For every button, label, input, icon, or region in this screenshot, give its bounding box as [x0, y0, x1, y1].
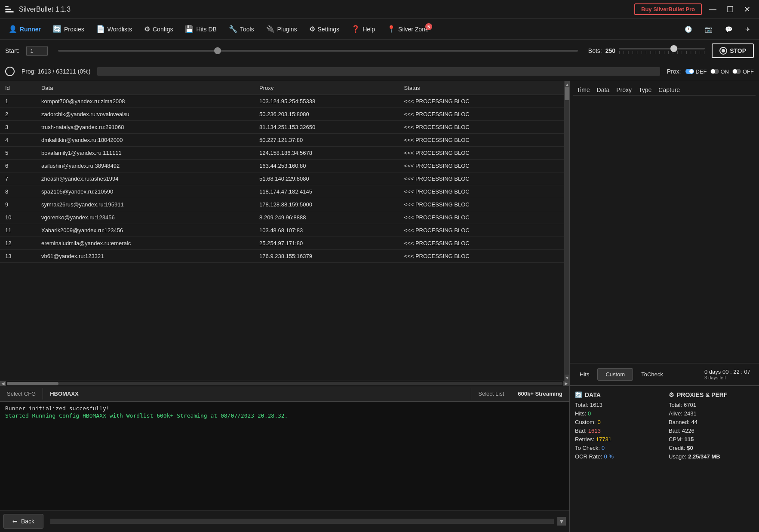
buy-pro-button[interactable]: Buy SilverBullet Pro	[634, 3, 702, 15]
cell-data: zheash@yandex.ru:ashes1994	[36, 172, 254, 185]
bots-ticks: ||||||||||||||||||||	[619, 50, 705, 54]
table-row[interactable]: 12ereminaludmila@yandex.ru:emeralc25.254…	[0, 237, 564, 250]
timer-display: 0 days 00 : 22 : 07 3 days left	[701, 367, 754, 382]
stats-row: Bad:4226	[669, 427, 754, 434]
start-input[interactable]	[26, 46, 48, 56]
horizontal-scrollbar[interactable]: ◀ ▶	[0, 381, 569, 386]
nav-plugins[interactable]: 🔌 Plugins	[261, 22, 302, 36]
table-scroll[interactable]: Id Data Proxy Status 1kompot700@yandex.r…	[0, 81, 564, 381]
scroll-right-button[interactable]: ▶	[563, 381, 569, 386]
main-content: Start: Bots: 250 |||||||||||||||||||| ST…	[0, 40, 759, 532]
cfg-bar: Select CFG HBOMAXX Select List 600k+ Str…	[0, 386, 569, 402]
prox-stats-title: ⚙ PROXIES & PERF	[669, 391, 754, 398]
camera-icon: 📷	[705, 26, 712, 33]
nav-camera[interactable]: 📷	[700, 23, 717, 35]
table-row[interactable]: 4dmkalitkin@yandex.ru:1804200050.227.121…	[0, 134, 564, 147]
nav-plugins-label: Plugins	[277, 26, 297, 33]
scroll-thumb[interactable]	[565, 87, 569, 100]
table-row[interactable]: 10vgorenko@yandex.ru:1234568.209.249.96:…	[0, 211, 564, 224]
app-name-text: SilverBullet 1.1.3	[19, 6, 71, 13]
table-row[interactable]: 9symrak26rus@yandex.ru:195911178.128.88.…	[0, 198, 564, 211]
nav-hitsdb-label: Hits DB	[196, 26, 216, 33]
prox-off-toggle[interactable]	[732, 69, 741, 74]
cell-proxy: 8.209.249.96:8888	[254, 211, 399, 224]
select-cfg-tab[interactable]: Select CFG	[0, 388, 43, 400]
stop-button[interactable]: STOP	[712, 43, 754, 58]
nav-wordlists[interactable]: 📄 Wordlists	[91, 22, 137, 36]
cell-status: <<< PROCESSING BLOC	[399, 95, 564, 108]
prox-def-toggle[interactable]	[685, 69, 694, 74]
bottom-scroll-down[interactable]: ▼	[557, 517, 566, 526]
data-table-container: Id Data Proxy Status 1kompot700@yandex.r…	[0, 81, 570, 386]
h-scroll-thumb[interactable]	[7, 382, 58, 385]
maximize-button[interactable]: ❐	[723, 4, 737, 15]
discord-icon: 💬	[725, 26, 732, 33]
cell-proxy: 124.158.186.34:5678	[254, 147, 399, 160]
nav-silverzone[interactable]: 5 📍 Silver Zone	[382, 22, 434, 36]
runner-icon: 👤	[9, 25, 17, 33]
back-button[interactable]: ⬅ Back	[3, 514, 43, 529]
cell-id: 5	[0, 147, 36, 160]
stats-row: Custom:0	[575, 419, 660, 425]
nav-runner[interactable]: 👤 Runner	[3, 22, 46, 36]
tab-hits[interactable]: Hits	[572, 368, 597, 381]
stats-val: 0	[588, 410, 591, 417]
select-list-tab[interactable]: Select List	[471, 388, 511, 400]
scroll-left-button[interactable]: ◀	[0, 381, 6, 386]
progress-bar	[97, 67, 660, 76]
stats-val: 1613	[590, 402, 602, 408]
nav-tools[interactable]: 🔧 Tools	[224, 22, 259, 36]
progress-text: Prog: 1613 / 631211 (0%)	[22, 68, 90, 75]
prox-on-option[interactable]: ON	[710, 68, 729, 75]
nav-history[interactable]: 🕐	[679, 23, 697, 35]
nav-settings-label: Settings	[318, 26, 340, 33]
progress-circle-icon	[5, 67, 15, 76]
history-icon: 🕐	[685, 26, 692, 33]
scroll-down-button[interactable]: ▼	[565, 375, 569, 381]
log-bottom-bar: ⬅ Back ▼	[0, 510, 569, 532]
close-button[interactable]: ✕	[741, 4, 754, 15]
table-row[interactable]: 8spa2105@yandex.ru:210590118.174.47.182:…	[0, 185, 564, 198]
nav-proxies[interactable]: 🔄 Proxies	[48, 22, 89, 36]
stats-val: 2431	[684, 410, 697, 417]
table-row[interactable]: 7zheash@yandex.ru:ashes199451.68.140.229…	[0, 172, 564, 185]
data-stats-col: 🔄 DATA Total:1613Hits:0Custom:0Bad:1613R…	[575, 391, 660, 527]
table-row[interactable]: 6asilushin@yandex.ru:38948492163.44.253.…	[0, 160, 564, 172]
table-row[interactable]: 13vb61@yandex.ru:123321176.9.238.155:163…	[0, 250, 564, 263]
nav-configs[interactable]: ⚙ Configs	[139, 22, 178, 36]
table-row[interactable]: 2zadorchik@yandex.ru:vovalovealsu50.236.…	[0, 108, 564, 121]
nav-settings[interactable]: ⚙ Settings	[304, 22, 345, 36]
table-row[interactable]: 11Xabarik2009@yandex.ru:123456103.48.68.…	[0, 224, 564, 237]
cell-data: asilushin@yandex.ru:38948492	[36, 160, 254, 172]
nav-bar: 👤 Runner 🔄 Proxies 📄 Wordlists ⚙ Configs…	[0, 19, 759, 40]
h-scroll-track[interactable]	[7, 382, 562, 385]
start-slider-thumb[interactable]	[214, 47, 221, 54]
list-value: 600k+ Streaming	[511, 388, 569, 400]
cell-status: <<< PROCESSING BLOC	[399, 108, 564, 121]
table-row[interactable]: 3trush-natalya@yandex.ru:29106881.134.25…	[0, 121, 564, 134]
nav-hitsdb[interactable]: 💾 Hits DB	[180, 22, 221, 36]
minimize-button[interactable]: —	[705, 4, 720, 15]
table-row[interactable]: 1kompot700@yandex.ru:zima2008103.124.95.…	[0, 95, 564, 108]
cell-data: bovafamily1@yandex.ru:111111	[36, 147, 254, 160]
table-row[interactable]: 5bovafamily1@yandex.ru:111111124.158.186…	[0, 147, 564, 160]
bottom-scrollbar[interactable]	[50, 519, 554, 524]
nav-telegram[interactable]: ✈	[740, 23, 756, 35]
vertical-scrollbar[interactable]: ▲ ▼	[564, 81, 569, 381]
bots-slider-thumb[interactable]	[670, 45, 677, 52]
nav-help[interactable]: ❓ Help	[346, 22, 380, 36]
bots-slider[interactable]	[619, 48, 705, 49]
cell-id: 12	[0, 237, 36, 250]
prox-off-option[interactable]: OFF	[732, 68, 754, 75]
tab-tocheck[interactable]: ToCheck	[633, 368, 671, 381]
prox-on-toggle[interactable]	[710, 69, 719, 74]
stats-row: Banned:44	[669, 419, 754, 425]
cell-id: 9	[0, 198, 36, 211]
scroll-up-button[interactable]: ▲	[565, 81, 569, 87]
tab-custom[interactable]: Custom	[597, 368, 633, 381]
cell-status: <<< PROCESSING BLOC	[399, 172, 564, 185]
prox-def-option[interactable]: DEF	[685, 68, 707, 75]
nav-discord[interactable]: 💬	[720, 23, 737, 35]
start-progress-slider[interactable]	[58, 50, 578, 52]
scroll-track[interactable]	[565, 87, 569, 375]
